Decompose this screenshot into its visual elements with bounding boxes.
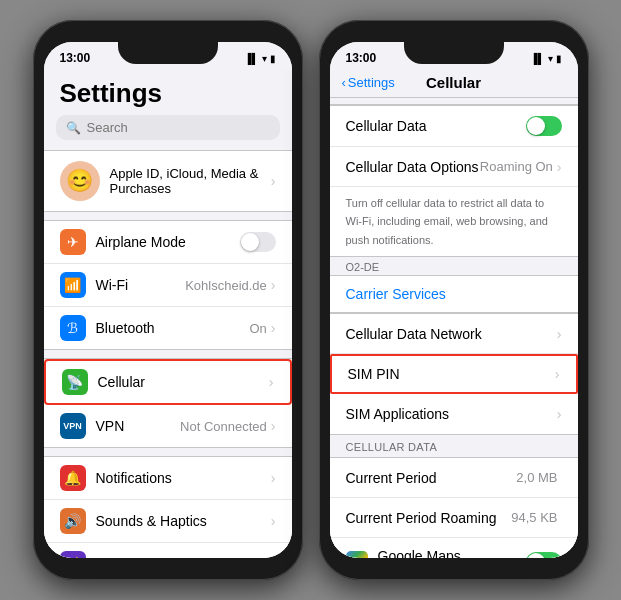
sounds-label: Sounds & Haptics: [96, 513, 271, 529]
apple-id-row[interactable]: 😊 Apple ID, iCloud, Media & Purchases ›: [44, 150, 292, 212]
wifi-icon: ▾: [262, 53, 267, 64]
left-screen-content: Settings 🔍 😊 Apple ID, iCloud, Media & P…: [44, 70, 292, 558]
settings-row-airplane[interactable]: ✈ Airplane Mode: [44, 221, 292, 264]
back-label: Settings: [348, 75, 395, 90]
sim-apps-label: SIM Applications: [346, 406, 557, 422]
nav-bar: ‹ Settings Cellular: [330, 70, 578, 98]
right-screen-content: ‹ Settings Cellular Cellular Data Cellul…: [330, 70, 578, 558]
current-period-row: Current Period 2,0 MB: [330, 458, 578, 498]
notifications-label: Notifications: [96, 470, 271, 486]
vpn-label: VPN: [96, 418, 181, 434]
right-phone: 13:00 ▐▌ ▾ ▮ ‹ Settings Cellular: [319, 20, 589, 580]
apple-id-text: Apple ID, iCloud, Media & Purchases: [110, 166, 271, 196]
vpn-icon: VPN: [60, 413, 86, 439]
settings-group-3: 🔔 Notifications › 🔊 Sounds & Haptics › 🌙…: [44, 456, 292, 558]
google-maps-icon: 🗺: [346, 551, 368, 558]
avatar: 😊: [60, 161, 100, 201]
cellular-data-toggle[interactable]: [526, 116, 562, 136]
settings-row-cellular[interactable]: 📡 Cellular ›: [44, 359, 292, 405]
desc-text: Turn off cellular data to restrict all d…: [346, 197, 548, 246]
notifications-chevron: ›: [271, 470, 276, 486]
settings-group-2: 📡 Cellular › VPN VPN Not Connected ›: [44, 358, 292, 448]
wifi-value: Kohlscheid.de: [185, 278, 267, 293]
settings-row-dnd[interactable]: 🌙 Do Not Disturb ›: [44, 543, 292, 558]
vpn-value: Not Connected: [180, 419, 267, 434]
sounds-chevron: ›: [271, 513, 276, 529]
status-icons-right: ▐▌ ▾ ▮: [530, 53, 561, 64]
wifi-label: Wi-Fi: [96, 277, 186, 293]
bluetooth-chevron: ›: [271, 320, 276, 336]
vpn-chevron: ›: [271, 418, 276, 434]
page-title: Cellular: [426, 74, 481, 91]
dnd-icon: 🌙: [60, 551, 86, 558]
airplane-toggle[interactable]: [240, 232, 276, 252]
cellular-options-label: Cellular Data Options: [346, 159, 480, 175]
left-phone: 13:00 ▐▌ ▾ ▮ Settings 🔍 😊 Apple ID, iC: [33, 20, 303, 580]
back-button[interactable]: ‹ Settings: [342, 75, 395, 90]
bluetooth-icon: ℬ: [60, 315, 86, 341]
cellular-icon: 📡: [62, 369, 88, 395]
cellular-label: Cellular: [98, 374, 269, 390]
sim-pin-row[interactable]: SIM PIN ›: [330, 354, 578, 394]
left-screen: 13:00 ▐▌ ▾ ▮ Settings 🔍 😊 Apple ID, iC: [44, 42, 292, 558]
wifi-row-icon: 📶: [60, 272, 86, 298]
phones-container: 13:00 ▐▌ ▾ ▮ Settings 🔍 😊 Apple ID, iC: [33, 20, 589, 580]
current-period-label: Current Period: [346, 470, 517, 486]
dnd-label: Do Not Disturb: [96, 556, 271, 558]
settings-row-notifications[interactable]: 🔔 Notifications ›: [44, 457, 292, 500]
wifi-icon-right: ▾: [548, 53, 553, 64]
carrier-services-link[interactable]: Carrier Services: [330, 275, 578, 313]
settings-row-sounds[interactable]: 🔊 Sounds & Haptics ›: [44, 500, 292, 543]
signal-icon-right: ▐▌: [530, 53, 544, 64]
cdn-chevron: ›: [557, 326, 562, 342]
sounds-icon: 🔊: [60, 508, 86, 534]
battery-icon-right: ▮: [556, 53, 562, 64]
notifications-icon: 🔔: [60, 465, 86, 491]
notch-right: [404, 42, 504, 64]
search-bar[interactable]: 🔍: [56, 115, 280, 140]
sim-apps-chevron: ›: [557, 406, 562, 422]
cellular-data-network-label: Cellular Data Network: [346, 326, 557, 342]
cellular-data-options-row[interactable]: Cellular Data Options Roaming On ›: [330, 147, 578, 187]
google-maps-toggle[interactable]: [526, 552, 562, 558]
roaming-label: Current Period Roaming: [346, 510, 512, 526]
battery-icon: ▮: [270, 53, 276, 64]
cellular-data-label: Cellular Data: [346, 118, 526, 134]
airplane-icon: ✈: [60, 229, 86, 255]
settings-row-wifi[interactable]: 📶 Wi-Fi Kohlscheid.de ›: [44, 264, 292, 307]
google-maps-row[interactable]: 🗺 Google Maps 1,0 MB: [330, 538, 578, 558]
status-time-left: 13:00: [60, 51, 91, 65]
signal-icon: ▐▌: [244, 53, 258, 64]
airplane-label: Airplane Mode: [96, 234, 240, 250]
cellular-data-network-row[interactable]: Cellular Data Network ›: [330, 314, 578, 354]
status-time-right: 13:00: [346, 51, 377, 65]
apple-id-label: Apple ID, iCloud, Media & Purchases: [110, 166, 271, 196]
wifi-chevron: ›: [271, 277, 276, 293]
bluetooth-label: Bluetooth: [96, 320, 250, 336]
settings-row-bluetooth[interactable]: ℬ Bluetooth On ›: [44, 307, 292, 349]
search-input[interactable]: [87, 120, 270, 135]
cellular-data-row[interactable]: Cellular Data: [330, 105, 578, 147]
sim-chevron: ›: [555, 366, 560, 382]
status-icons-left: ▐▌ ▾ ▮: [244, 53, 275, 64]
desc-box: Turn off cellular data to restrict all d…: [330, 187, 578, 257]
cellular-data-section: Cellular Data Cellular Data Options Roam…: [330, 104, 578, 187]
cellular-data-section-label: CELLULAR DATA: [330, 435, 578, 457]
back-chevron-icon: ‹: [342, 75, 346, 90]
roaming-value: 94,5 KB: [511, 510, 557, 525]
bluetooth-value: On: [249, 321, 266, 336]
sim-applications-row[interactable]: SIM Applications ›: [330, 394, 578, 434]
settings-group-1: ✈ Airplane Mode 📶 Wi-Fi Kohlscheid.de › …: [44, 220, 292, 350]
carrier-label: O2-DE: [330, 257, 578, 275]
sim-pin-label: SIM PIN: [348, 366, 555, 382]
settings-row-vpn[interactable]: VPN VPN Not Connected ›: [44, 405, 292, 447]
current-period-value: 2,0 MB: [516, 470, 557, 485]
right-screen: 13:00 ▐▌ ▾ ▮ ‹ Settings Cellular: [330, 42, 578, 558]
cellular-options-value: Roaming On: [480, 159, 553, 174]
current-period-roaming-row: Current Period Roaming 94,5 KB: [330, 498, 578, 538]
search-icon: 🔍: [66, 121, 81, 135]
settings-title: Settings: [44, 70, 292, 115]
carrier-items-group: Cellular Data Network › SIM PIN › SIM Ap…: [330, 313, 578, 435]
options-chevron: ›: [557, 159, 562, 175]
dnd-chevron: ›: [271, 556, 276, 558]
